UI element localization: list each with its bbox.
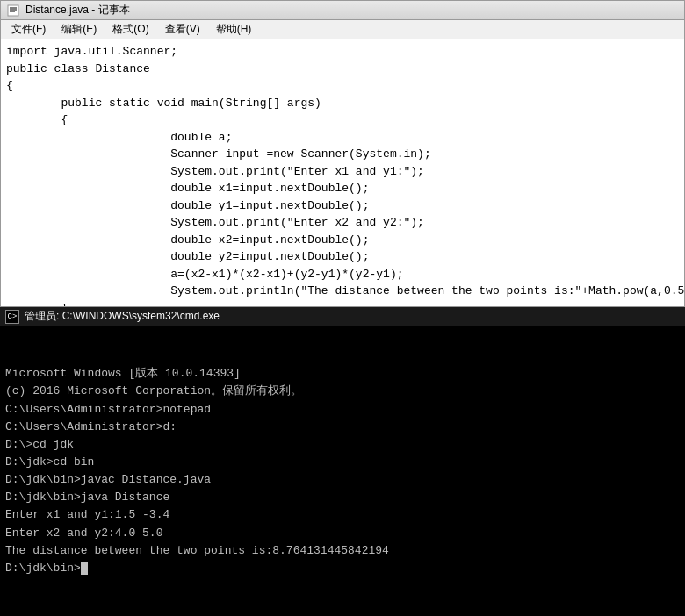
menu-edit[interactable]: 编辑(E) (54, 20, 104, 39)
cmd-line: Microsoft Windows [版本 10.0.14393] (5, 365, 680, 383)
menu-view[interactable]: 查看(V) (158, 20, 207, 39)
cmd-line: D:\>cd jdk (5, 436, 680, 454)
cmd-line: (c) 2016 Microsoft Corporation。保留所有权利。 (5, 383, 680, 400)
cmd-line: Enter x1 and y1:1.5 -3.4 (5, 506, 680, 524)
cmd-line: C:\Users\Administrator>d: (5, 419, 680, 436)
menu-help[interactable]: 帮助(H) (209, 20, 259, 39)
cmd-line: D:\jdk\bin>javac Distance.java (5, 471, 680, 489)
cmd-line: Enter x2 and y2:4.0 5.0 (5, 525, 680, 542)
svg-rect-0 (8, 5, 18, 16)
notepad-window: Distance.java - 记事本 文件(F) 编辑(E) 格式(O) 查看… (0, 0, 685, 307)
cmd-icon: C> (5, 310, 19, 324)
cmd-window: C> 管理员: C:\WINDOWS\system32\cmd.exe Micr… (0, 307, 685, 616)
notepad-icon (6, 4, 20, 18)
notepad-code-area[interactable]: import java.util.Scanner; public class D… (1, 39, 684, 306)
cmd-cursor (81, 562, 88, 575)
cmd-title: 管理员: C:\WINDOWS\system32\cmd.exe (25, 309, 680, 324)
cmd-line: D:\jdk\bin> (5, 560, 680, 577)
cmd-line: D:\jdk>cd bin (5, 454, 680, 471)
cmd-line: D:\jdk\bin>java Distance (5, 489, 680, 506)
notepad-titlebar: Distance.java - 记事本 (1, 1, 684, 20)
cmd-titlebar: C> 管理员: C:\WINDOWS\system32\cmd.exe (0, 307, 685, 326)
menu-format[interactable]: 格式(O) (105, 20, 155, 39)
notepad-title: Distance.java - 记事本 (25, 3, 679, 18)
menu-file[interactable]: 文件(F) (4, 20, 53, 39)
cmd-line: C:\Users\Administrator>notepad (5, 401, 680, 419)
cmd-line: The distance between the two points is:8… (5, 542, 680, 560)
cmd-output-area[interactable]: Microsoft Windows [版本 10.0.14393](c) 201… (0, 326, 685, 616)
notepad-menubar: 文件(F) 编辑(E) 格式(O) 查看(V) 帮助(H) (1, 20, 684, 39)
